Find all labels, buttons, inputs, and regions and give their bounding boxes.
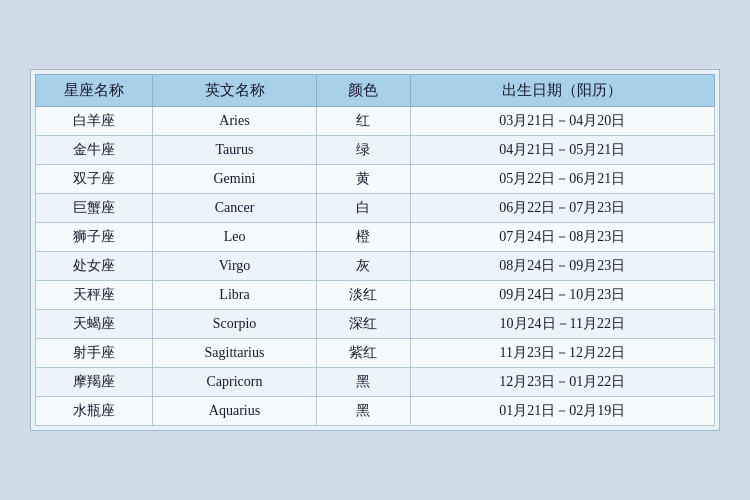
cell-chinese: 白羊座 [36, 107, 153, 136]
cell-date: 04月21日－05月21日 [410, 136, 714, 165]
cell-color: 红 [316, 107, 410, 136]
table-row: 巨蟹座Cancer白06月22日－07月23日 [36, 194, 715, 223]
table-row: 天蝎座Scorpio深红10月24日－11月22日 [36, 310, 715, 339]
zodiac-table: 星座名称 英文名称 颜色 出生日期（阳历） 白羊座Aries红03月21日－04… [35, 74, 715, 426]
cell-english: Aries [153, 107, 317, 136]
cell-color: 深红 [316, 310, 410, 339]
table-row: 水瓶座Aquarius黑01月21日－02月19日 [36, 397, 715, 426]
cell-chinese: 巨蟹座 [36, 194, 153, 223]
cell-color: 白 [316, 194, 410, 223]
cell-english: Scorpio [153, 310, 317, 339]
cell-chinese: 天蝎座 [36, 310, 153, 339]
cell-english: Libra [153, 281, 317, 310]
cell-color: 灰 [316, 252, 410, 281]
cell-date: 10月24日－11月22日 [410, 310, 714, 339]
cell-date: 07月24日－08月23日 [410, 223, 714, 252]
cell-date: 03月21日－04月20日 [410, 107, 714, 136]
zodiac-table-container: 星座名称 英文名称 颜色 出生日期（阳历） 白羊座Aries红03月21日－04… [30, 69, 720, 431]
cell-chinese: 天秤座 [36, 281, 153, 310]
table-row: 摩羯座Capricorn黑12月23日－01月22日 [36, 368, 715, 397]
cell-color: 紫红 [316, 339, 410, 368]
cell-english: Sagittarius [153, 339, 317, 368]
table-header-row: 星座名称 英文名称 颜色 出生日期（阳历） [36, 75, 715, 107]
cell-english: Cancer [153, 194, 317, 223]
table-row: 天秤座Libra淡红09月24日－10月23日 [36, 281, 715, 310]
cell-english: Taurus [153, 136, 317, 165]
table-body: 白羊座Aries红03月21日－04月20日金牛座Taurus绿04月21日－0… [36, 107, 715, 426]
cell-chinese: 双子座 [36, 165, 153, 194]
header-color: 颜色 [316, 75, 410, 107]
cell-date: 12月23日－01月22日 [410, 368, 714, 397]
cell-color: 黑 [316, 368, 410, 397]
cell-date: 05月22日－06月21日 [410, 165, 714, 194]
cell-date: 06月22日－07月23日 [410, 194, 714, 223]
cell-chinese: 金牛座 [36, 136, 153, 165]
table-row: 白羊座Aries红03月21日－04月20日 [36, 107, 715, 136]
cell-date: 08月24日－09月23日 [410, 252, 714, 281]
table-row: 处女座Virgo灰08月24日－09月23日 [36, 252, 715, 281]
cell-color: 绿 [316, 136, 410, 165]
cell-color: 黄 [316, 165, 410, 194]
cell-chinese: 摩羯座 [36, 368, 153, 397]
cell-english: Virgo [153, 252, 317, 281]
cell-date: 01月21日－02月19日 [410, 397, 714, 426]
cell-english: Gemini [153, 165, 317, 194]
cell-color: 黑 [316, 397, 410, 426]
cell-english: Leo [153, 223, 317, 252]
header-chinese: 星座名称 [36, 75, 153, 107]
cell-color: 淡红 [316, 281, 410, 310]
cell-date: 11月23日－12月22日 [410, 339, 714, 368]
cell-chinese: 狮子座 [36, 223, 153, 252]
header-date: 出生日期（阳历） [410, 75, 714, 107]
cell-english: Capricorn [153, 368, 317, 397]
cell-chinese: 水瓶座 [36, 397, 153, 426]
table-row: 狮子座Leo橙07月24日－08月23日 [36, 223, 715, 252]
table-row: 金牛座Taurus绿04月21日－05月21日 [36, 136, 715, 165]
cell-chinese: 处女座 [36, 252, 153, 281]
cell-color: 橙 [316, 223, 410, 252]
cell-english: Aquarius [153, 397, 317, 426]
table-row: 射手座Sagittarius紫红11月23日－12月22日 [36, 339, 715, 368]
cell-chinese: 射手座 [36, 339, 153, 368]
cell-date: 09月24日－10月23日 [410, 281, 714, 310]
table-row: 双子座Gemini黄05月22日－06月21日 [36, 165, 715, 194]
header-english: 英文名称 [153, 75, 317, 107]
